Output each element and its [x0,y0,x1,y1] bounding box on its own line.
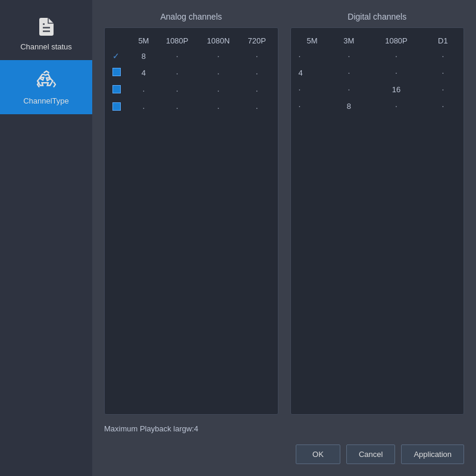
dot-icon: · [256,86,258,95]
dot-icon: · [217,103,220,112]
digital-row3-1080p: 16 [367,81,425,98]
analog-header-row: 5M 1080P 1080N 720P [108,34,275,48]
dot-icon: · [299,101,301,111]
analog-channels-title: Analog channels [104,12,278,21]
digital-row1-3m: · [330,48,367,64]
table-row[interactable]: · · · · [294,48,461,64]
digital-row3-3m: · [330,81,367,98]
channels-container: Analog channels 5M 1080P 1080N 720P [104,12,464,415]
dot-icon: · [347,84,350,94]
table-row[interactable]: · · · · [108,99,275,116]
dot-icon: · [441,68,444,77]
digital-row1-1080p: · [367,48,425,64]
analog-col-1080p: 1080P [156,34,198,48]
analog-row1-1080n: · [198,48,239,64]
analog-col-selector [108,34,131,48]
analog-row3-1080p: · [156,82,198,99]
digital-row3-5m: · [294,81,331,98]
row-selector-blue[interactable] [108,82,131,99]
recycle-icon [35,69,58,93]
table-row[interactable]: · · 16 · [294,81,461,98]
digital-channels-title: Digital channels [290,12,465,21]
analog-channels-section: Analog channels 5M 1080P 1080N 720P [104,12,278,415]
digital-row1-d1: · [425,48,461,64]
analog-row4-5m: · [131,99,157,116]
digital-row4-1080p: · [367,98,425,114]
ok-button[interactable]: OK [296,444,340,464]
application-button[interactable]: Application [401,444,464,464]
status-text: Maximum Playback largw:4 [104,422,464,436]
dot-icon: · [176,68,178,78]
dot-icon: · [217,68,220,78]
digital-row2-d1: · [425,64,461,81]
analog-row3-720p: · [239,82,275,99]
analog-row1-720p: · [239,48,275,64]
analog-row1-1080p: · [156,48,198,64]
sidebar-item-channel-status[interactable]: Channel status [0,6,92,60]
digital-col-5m: 5M [294,34,331,48]
digital-channels-section: Digital channels 5M 3M 1080P D1 · [290,12,465,415]
digital-channels-table: 5M 3M 1080P D1 · · · · [294,34,461,114]
digital-channels-table-wrapper: 5M 3M 1080P D1 · · · · [290,27,465,415]
digital-row1-5m: · [294,48,331,64]
blue-checkbox-icon [112,68,121,76]
digital-row2-1080p: · [367,64,425,81]
digital-row3-d1: · [425,81,461,98]
analog-row3-1080n: · [198,82,239,99]
sidebar-item-channel-status-label: Channel status [20,42,72,51]
dot-icon: · [395,68,397,77]
dot-icon: · [347,68,350,77]
dot-icon: · [142,86,145,95]
dot-icon: · [395,101,397,111]
dot-icon: · [299,51,301,61]
dot-icon: · [256,103,258,112]
table-row[interactable]: 4 · · · [294,64,461,81]
analog-channels-table: 5M 1080P 1080N 720P ✓ 8 · [108,34,275,116]
analog-row4-1080n: · [198,99,239,116]
digital-row2-5m: 4 [294,64,331,81]
row-selector-check[interactable]: ✓ [108,48,131,64]
document-icon [35,15,58,39]
dot-icon: · [142,103,145,112]
dot-icon: · [217,86,220,95]
blue-checkbox-icon [112,102,121,111]
analog-row2-1080p: · [156,64,198,82]
dot-icon: · [395,51,397,61]
sidebar: Channel status ChannelType [0,0,92,476]
analog-col-720p: 720P [239,34,275,48]
cancel-button[interactable]: Cancel [346,444,395,464]
digital-col-d1: D1 [425,34,461,48]
dot-icon: · [217,51,220,61]
digital-row2-3m: · [330,64,367,81]
row-selector-blue[interactable] [108,64,131,82]
sidebar-item-channel-type-label: ChannelType [23,96,69,105]
analog-row2-1080n: · [198,64,239,82]
table-row[interactable]: · 8 · · [294,98,461,114]
row-selector-blue[interactable] [108,99,131,116]
digital-header-row: 5M 3M 1080P D1 [294,34,461,48]
table-row[interactable]: · · · · [108,82,275,99]
analog-row2-5m: 4 [131,64,157,82]
digital-row4-5m: · [294,98,331,114]
table-row[interactable]: 4 · · · [108,64,275,82]
dot-icon: · [441,101,444,111]
dot-icon: · [176,51,178,61]
analog-row4-1080p: · [156,99,198,116]
analog-channels-table-wrapper: 5M 1080P 1080N 720P ✓ 8 · [104,27,278,415]
dot-icon: · [256,51,258,61]
analog-row4-720p: · [239,99,275,116]
dot-icon: · [299,84,301,94]
digital-row4-d1: · [425,98,461,114]
sidebar-item-channel-type[interactable]: ChannelType [0,60,92,114]
analog-col-5m: 5M [131,34,157,48]
analog-row3-5m: · [131,82,157,99]
digital-row4-3m: 8 [330,98,367,114]
analog-col-1080n: 1080N [198,34,239,48]
analog-row2-720p: · [239,64,275,82]
table-row[interactable]: ✓ 8 · · · [108,48,275,64]
dot-icon: · [441,51,444,61]
check-icon: ✓ [112,51,120,61]
main-content: Analog channels 5M 1080P 1080N 720P [92,0,476,476]
digital-col-1080p: 1080P [367,34,425,48]
bottom-bar: OK Cancel Application [104,436,464,464]
